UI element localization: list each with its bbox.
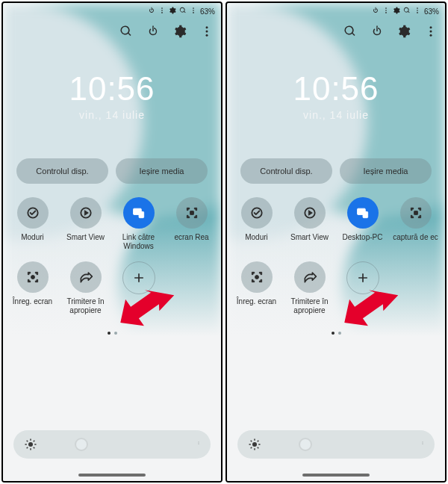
qs-tile-record[interactable]: Înreg. ecran: [230, 261, 283, 317]
clock-date: vin., 14 iulie: [227, 109, 445, 121]
clock-time: 10:56: [227, 70, 445, 108]
qs-tile-label: Înreg. ecran: [6, 297, 59, 315]
vibrate-icon: [393, 7, 400, 16]
qs-tile-moduri[interactable]: Moduri: [230, 197, 283, 251]
qs-tile-link[interactable]: Link către Windows: [112, 197, 165, 251]
brightness-more[interactable]: [421, 437, 424, 452]
qs-tile-label: [336, 299, 389, 317]
smartview-icon: [294, 197, 326, 229]
alarm-icon: [372, 7, 379, 16]
brightness-icon: [248, 438, 261, 451]
qs-tile-label: Smart View: [59, 233, 112, 251]
power-button[interactable]: [370, 25, 384, 41]
panel-topbar: [3, 19, 221, 46]
qs-tile-label: Smart View: [283, 233, 336, 251]
brightness-slider[interactable]: [237, 430, 435, 459]
qs-tile-label: captură de ec: [389, 233, 442, 251]
settings-button[interactable]: [173, 25, 187, 41]
status-bar: 63%: [227, 3, 445, 19]
power-button[interactable]: [146, 25, 160, 41]
bt-icon: [158, 7, 166, 16]
overflow-button[interactable]: [200, 25, 214, 41]
qs-tile-label: Link către Windows: [112, 233, 165, 251]
moduri-icon: [241, 197, 273, 229]
qs-tile-smartview[interactable]: Smart View: [59, 197, 112, 251]
gesture-handle[interactable]: [78, 474, 146, 477]
brightness-more[interactable]: [197, 437, 200, 452]
qs-tile-label: Trimitere în apropiere: [59, 297, 112, 315]
phone-border: 63% 10:56 vin., 14 iulie Controlul disp.…: [225, 1, 447, 483]
page-dots[interactable]: [227, 332, 445, 335]
qs-tiles: Moduri Smart View Link către Windows ecr…: [3, 197, 221, 317]
qs-row: Înreg. ecran Trimitere în apropiere: [230, 261, 442, 317]
search-button[interactable]: [119, 25, 133, 41]
panel-chip[interactable]: Ieșire media: [340, 158, 432, 184]
panel-chips: Controlul disp.Ieșire media: [227, 158, 445, 184]
qs-tile-label: [112, 299, 165, 317]
battery-pct: 63%: [200, 7, 215, 16]
clock-date: vin., 14 iulie: [3, 109, 221, 121]
share-icon: [70, 261, 102, 293]
vibrate-icon: [169, 7, 176, 16]
capture-icon: [400, 197, 432, 229]
moduri-icon: [17, 197, 49, 229]
qs-tile-link[interactable]: Desktop-PC: [336, 197, 389, 251]
phone-panel-1: 63% 10:56 vin., 14 iulie Controlul disp.…: [224, 0, 448, 484]
qs-tile-smartview[interactable]: Smart View: [283, 197, 336, 251]
panel-chip[interactable]: Controlul disp.: [240, 158, 332, 184]
brightness-slider[interactable]: [13, 430, 211, 459]
qs-row: Moduri Smart View Desktop-PC captură de …: [230, 197, 442, 251]
alarm-icon: [148, 7, 155, 16]
qs-tiles: Moduri Smart View Desktop-PC captură de …: [227, 197, 445, 317]
panel-chip[interactable]: Controlul disp.: [16, 158, 108, 184]
qs-tile-share[interactable]: Trimitere în apropiere: [283, 261, 336, 317]
qs-tile-capture[interactable]: captură de ec: [389, 197, 442, 251]
qs-tile-record[interactable]: Înreg. ecran: [6, 261, 59, 317]
voice-icon: [179, 7, 187, 16]
brightness-icon: [24, 438, 37, 451]
qs-tile-label: ecran Rea: [165, 233, 218, 251]
page-dots[interactable]: [3, 332, 221, 335]
phone-panel-0: 63% 10:56 vin., 14 iulie Controlul disp.…: [0, 0, 224, 484]
signal-icon: [414, 7, 421, 16]
search-button[interactable]: [343, 25, 357, 41]
qs-tile-capture[interactable]: ecran Rea: [165, 197, 218, 251]
link-icon: [123, 197, 155, 229]
settings-button[interactable]: [397, 25, 411, 41]
voice-icon: [403, 7, 411, 16]
status-bar: 63%: [3, 3, 221, 19]
clock-widget: 10:56 vin., 14 iulie: [3, 70, 221, 121]
brightness-knob[interactable]: [76, 439, 87, 450]
brightness-knob[interactable]: [300, 439, 311, 450]
gesture-handle[interactable]: [302, 474, 370, 477]
add-icon: [122, 261, 155, 294]
qs-tile-share[interactable]: Trimitere în apropiere: [59, 261, 112, 317]
qs-tile-label: Desktop-PC: [336, 233, 389, 251]
qs-row: Înreg. ecran Trimitere în apropiere: [6, 261, 218, 317]
panel-topbar: [227, 19, 445, 46]
record-icon: [241, 261, 273, 293]
overflow-button[interactable]: [424, 25, 438, 41]
qs-tile-label: Trimitere în apropiere: [283, 297, 336, 315]
qs-row: Moduri Smart View Link către Windows ecr…: [6, 197, 218, 251]
record-icon: [17, 261, 49, 293]
add-icon: [346, 261, 379, 294]
qs-tile-label: Moduri: [6, 233, 59, 251]
panel-chips: Controlul disp.Ieșire media: [3, 158, 221, 184]
qs-tile-add[interactable]: [112, 261, 165, 317]
qs-tile-add[interactable]: [336, 261, 389, 317]
qs-tile-moduri[interactable]: Moduri: [6, 197, 59, 251]
battery-pct: 63%: [424, 7, 439, 16]
signal-icon: [190, 7, 197, 16]
qs-tile-label: Moduri: [230, 233, 283, 251]
smartview-icon: [70, 197, 102, 229]
share-icon: [294, 261, 326, 293]
link-icon: [347, 197, 379, 229]
clock-widget: 10:56 vin., 14 iulie: [227, 70, 445, 121]
panel-chip[interactable]: Ieșire media: [116, 158, 208, 184]
clock-time: 10:56: [3, 70, 221, 108]
bt-icon: [382, 7, 390, 16]
phone-border: 63% 10:56 vin., 14 iulie Controlul disp.…: [1, 1, 223, 483]
capture-icon: [176, 197, 208, 229]
qs-tile-label: Înreg. ecran: [230, 297, 283, 315]
